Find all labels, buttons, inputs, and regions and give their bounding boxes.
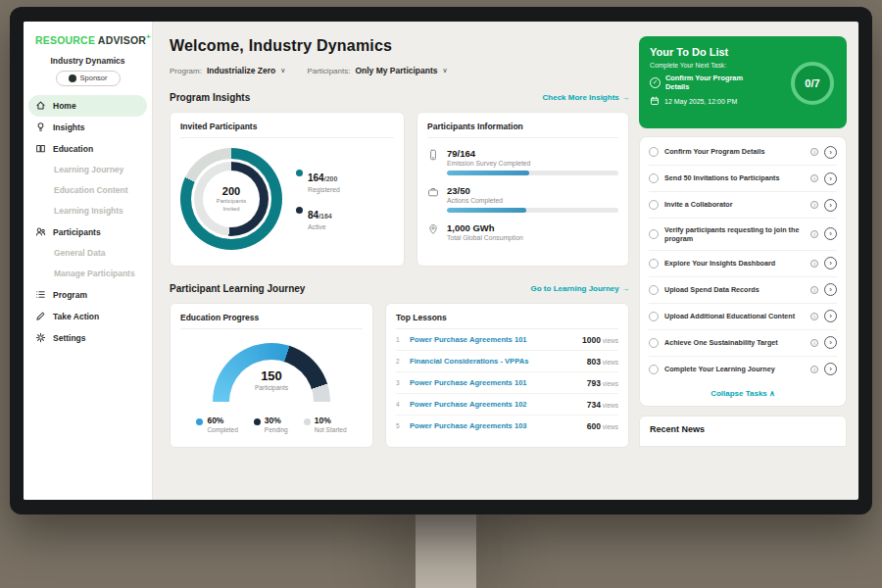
program-insights-header: Program Insights Check More Insights → xyxy=(170,92,629,103)
task-open-button[interactable]: › xyxy=(824,257,837,270)
info-icon: i xyxy=(810,174,818,182)
task-label: Invite a Collaborator xyxy=(664,200,805,209)
lesson-views: 793 views xyxy=(587,378,618,388)
legend-label: Active xyxy=(308,223,332,230)
task-open-button[interactable]: › xyxy=(824,146,837,159)
lesson-row: 5 Power Purchase Agreements 103 600 view… xyxy=(396,416,618,436)
views-count: 1000 xyxy=(582,335,601,345)
sidebar-item-education[interactable]: Education xyxy=(24,138,152,160)
insights-cards-row: Invited Participants 200 Participants In… xyxy=(170,112,629,267)
page-title: Welcome, Industry Dynamics xyxy=(170,37,629,55)
todo-date-label: 12 May 2025, 12:00 PM xyxy=(664,98,737,105)
legend-dot-navy xyxy=(254,418,261,425)
home-icon xyxy=(35,100,46,111)
task-list-card: Confirm Your Program Details i › Send 50… xyxy=(639,136,847,407)
link-label: Go to Learning Journey xyxy=(531,284,619,293)
info-icon: i xyxy=(810,339,818,347)
sidebar-item-label: Settings xyxy=(53,333,86,343)
sidebar-item-learning-journey[interactable]: Learning Journey xyxy=(24,160,152,180)
task-checkbox[interactable] xyxy=(649,147,659,157)
todo-title: Your To Do List xyxy=(650,46,836,58)
views-label: views xyxy=(601,423,618,430)
sidebar-item-insights[interactable]: Insights xyxy=(24,117,152,138)
donut-legend: 164/200 Registered 84/164 Active xyxy=(296,168,340,230)
lesson-link[interactable]: Power Purchase Agreements 101 xyxy=(410,378,580,387)
task-checkbox[interactable] xyxy=(649,229,659,239)
task-checkbox[interactable] xyxy=(649,259,659,269)
program-filter[interactable]: Program: Industrialize Zero ∨ xyxy=(170,66,285,75)
task-row[interactable]: Confirm Your Program Details i › xyxy=(649,139,837,166)
task-label: Explore Your Insights Dashboard xyxy=(664,259,805,268)
task-open-button[interactable]: › xyxy=(824,283,837,296)
legend-of: /200 xyxy=(324,175,338,182)
learning-cards-row: Education Progress 150 Participants 60 xyxy=(170,303,629,448)
views-label: views xyxy=(601,402,618,409)
sidebar-item-general-data[interactable]: General Data xyxy=(24,243,152,264)
task-row[interactable]: Verify participants requesting to join t… xyxy=(649,219,837,251)
monitor-frame: RESOURCE ADVISOR+ Industry Dynamics Spon… xyxy=(10,7,872,514)
logo-primary: RESOURCE xyxy=(35,34,95,46)
lesson-views: 1000 views xyxy=(582,335,618,345)
task-open-button[interactable]: › xyxy=(824,227,837,240)
sidebar-item-take-action[interactable]: Take Action xyxy=(24,306,152,327)
task-open-button[interactable]: › xyxy=(824,363,837,375)
sidebar-item-learning-insights[interactable]: Learning Insights xyxy=(24,201,152,221)
sidebar-item-settings[interactable]: Settings xyxy=(24,327,152,349)
lesson-link[interactable]: Power Purchase Agreements 101 xyxy=(410,335,575,344)
card-title: Education Progress xyxy=(180,313,363,329)
task-row[interactable]: Achieve One Sustainability Target i › xyxy=(649,330,837,357)
task-checkbox[interactable] xyxy=(649,200,659,210)
task-checkbox[interactable] xyxy=(649,365,659,374)
lesson-link[interactable]: Power Purchase Agreements 103 xyxy=(410,421,580,430)
sidebar-item-program[interactable]: Program xyxy=(24,284,152,306)
sidebar-item-participants[interactable]: Participants xyxy=(24,221,152,243)
sidebar-item-education-content[interactable]: Education Content xyxy=(24,180,152,201)
task-label: Confirm Your Program Details xyxy=(664,147,805,156)
legend-value: 164 xyxy=(308,172,324,183)
task-row[interactable]: Complete Your Learning Journey i › xyxy=(649,357,837,382)
info-label: Total Global Consumption xyxy=(447,234,618,241)
chevron-right-icon: › xyxy=(829,312,832,320)
task-open-button[interactable]: › xyxy=(824,172,837,185)
sidebar-item-manage-participants[interactable]: Manage Participants xyxy=(24,264,152,284)
briefcase-icon xyxy=(427,186,439,198)
sponsor-badge[interactable]: Sponsor xyxy=(56,71,121,86)
gauge-center-value: 150 xyxy=(213,368,330,383)
task-checkbox[interactable] xyxy=(649,338,659,348)
check-glyph: ✓ xyxy=(653,78,658,86)
task-checkbox[interactable] xyxy=(649,285,659,295)
lesson-link[interactable]: Power Purchase Agreements 102 xyxy=(410,400,580,409)
task-checkbox[interactable] xyxy=(649,312,659,321)
task-row[interactable]: Send 50 Invitations to Participants i › xyxy=(649,166,837,192)
task-row[interactable]: Upload Spend Data Records i › xyxy=(649,277,837,304)
info-icon: i xyxy=(810,148,818,156)
views-count: 734 xyxy=(587,400,601,410)
chevron-right-icon: › xyxy=(829,285,832,294)
sidebar-item-home[interactable]: Home xyxy=(28,95,147,117)
task-open-button[interactable]: › xyxy=(824,310,837,322)
legend-dot-navy xyxy=(296,207,303,214)
book-icon xyxy=(35,143,46,154)
collapse-tasks-link[interactable]: Collapse Tasks ∧ xyxy=(649,382,837,402)
gear-icon xyxy=(35,332,46,343)
views-count: 803 xyxy=(587,357,601,367)
lesson-link[interactable]: Financial Considerations - VPPAs xyxy=(410,357,580,366)
task-checkbox[interactable] xyxy=(649,173,659,183)
program-filter-value: Industrialize Zero xyxy=(207,66,275,75)
go-to-learning-journey-link[interactable]: Go to Learning Journey → xyxy=(531,284,629,293)
location-pin-icon xyxy=(427,223,439,235)
task-label: Complete Your Learning Journey xyxy=(664,365,805,373)
task-row[interactable]: Invite a Collaborator i › xyxy=(649,192,837,219)
task-row[interactable]: Explore Your Insights Dashboard i › xyxy=(649,251,837,277)
task-open-button[interactable]: › xyxy=(824,199,837,212)
sponsor-avatar-icon xyxy=(69,74,76,82)
legend-dot-blue xyxy=(196,418,203,425)
participants-filter-label: Participants: xyxy=(307,67,350,75)
program-filter-label: Program: xyxy=(170,67,202,75)
sidebar-item-label: Insights xyxy=(53,122,85,132)
people-icon xyxy=(35,226,46,237)
task-row[interactable]: Upload Additional Educational Content i … xyxy=(649,304,837,330)
participants-filter[interactable]: Participants: Only My Participants ∨ xyxy=(307,66,447,75)
check-more-insights-link[interactable]: Check More Insights → xyxy=(543,93,629,102)
task-open-button[interactable]: › xyxy=(824,336,837,349)
